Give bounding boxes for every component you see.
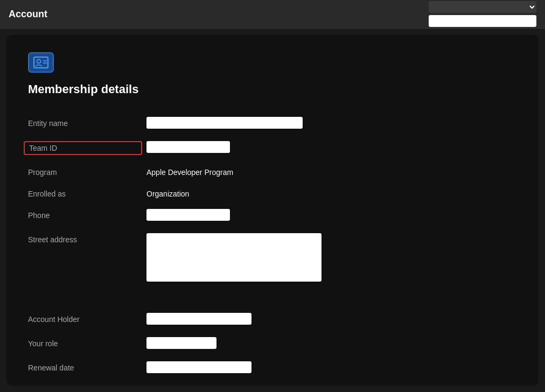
your-role-row: Your role [28, 332, 517, 356]
phone-row: Phone [28, 204, 517, 228]
entity-name-redacted [146, 117, 303, 129]
enrolled-as-value: Organization [146, 187, 517, 198]
svg-point-1 [37, 60, 41, 64]
renewal-date-label: Renewal date [28, 361, 146, 372]
membership-card-icon [28, 52, 54, 73]
renewal-date-redacted [146, 361, 251, 373]
main-content: Membership details Entity name Team ID P… [6, 35, 539, 386]
page-title: Account [9, 9, 47, 20]
team-id-label: Team ID [24, 141, 142, 155]
entity-name-value [146, 117, 517, 130]
account-holder-label: Account Holder [28, 313, 146, 324]
account-holder-redacted [146, 313, 251, 325]
street-address-redacted [146, 233, 322, 282]
phone-redacted [146, 209, 230, 221]
entity-name-row: Entity name [28, 111, 517, 136]
program-value: Apple Developer Program [146, 166, 517, 177]
your-role-label: Your role [28, 337, 146, 348]
your-role-redacted [146, 337, 216, 349]
annual-fee-row: Annual fee [28, 380, 517, 386]
program-row: Program Apple Developer Program [28, 160, 517, 182]
renewal-date-value [146, 361, 517, 375]
team-id-row: Team ID [28, 136, 517, 160]
header-input[interactable] [429, 15, 536, 27]
phone-label: Phone [28, 209, 146, 220]
details-table: Entity name Team ID Program Apple Develo… [28, 111, 517, 386]
street-address-row: Street address [28, 228, 517, 287]
street-address-value [146, 233, 517, 282]
enrolled-as-row: Enrolled as Organization [28, 182, 517, 204]
section-title: Membership details [28, 82, 517, 96]
header-select[interactable] [429, 1, 536, 13]
team-id-value [142, 141, 517, 155]
header-controls [429, 1, 536, 27]
team-id-redacted [146, 141, 230, 153]
street-address-label: Street address [28, 233, 146, 244]
program-label: Program [28, 166, 146, 177]
header: Account [0, 0, 545, 29]
renewal-date-row: Renewal date [28, 356, 517, 380]
account-holder-value [146, 313, 517, 326]
account-holder-row: Account Holder [28, 307, 517, 332]
your-role-value [146, 337, 517, 351]
enrolled-as-label: Enrolled as [28, 187, 146, 198]
phone-value [146, 209, 517, 222]
separator [28, 287, 517, 307]
entity-name-label: Entity name [28, 117, 146, 128]
